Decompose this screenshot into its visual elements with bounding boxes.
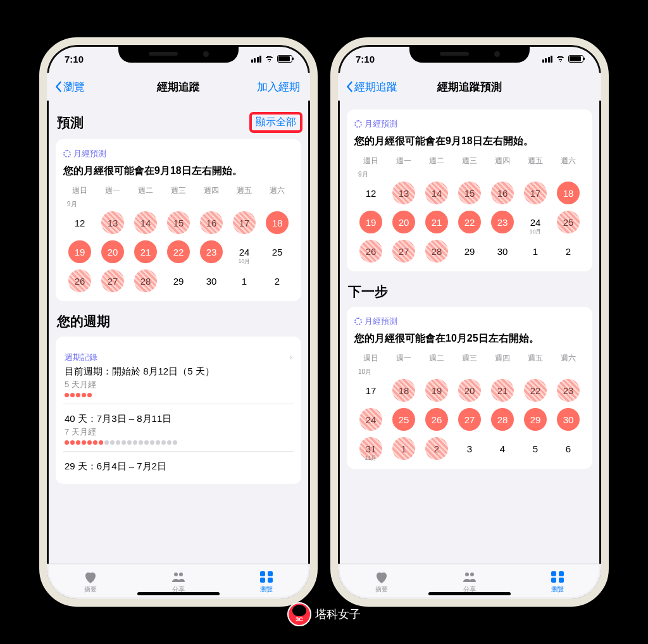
calendar-day[interactable]: 2410月: [228, 239, 261, 264]
month-label: 10月: [354, 368, 585, 376]
signal-icon: [251, 56, 262, 63]
calendar-day[interactable]: 21: [129, 239, 162, 264]
back-button[interactable]: 經期追蹤: [346, 80, 397, 94]
nav-bar: 經期追蹤 經期追蹤預測: [338, 73, 601, 101]
prediction-card[interactable]: 月經預測 您的月經很可能會在9月18日左右開始。 週日週一週二週三週四週五週六 …: [56, 139, 301, 301]
calendar-day[interactable]: 27: [387, 238, 420, 264]
calendar-day[interactable]: 17: [354, 378, 387, 403]
calendar-day[interactable]: 20: [96, 239, 129, 264]
calendar-day[interactable]: 1: [228, 268, 261, 294]
calendar-day[interactable]: 29: [453, 238, 486, 264]
back-button[interactable]: 瀏覽: [54, 80, 85, 94]
calendar-day[interactable]: 13: [387, 180, 420, 206]
calendar-day[interactable]: 4: [486, 436, 519, 461]
svg-rect-11: [559, 578, 564, 583]
period-dots: [65, 393, 292, 397]
calendar-day[interactable]: 14: [420, 180, 453, 206]
calendar-day[interactable]: 13: [96, 210, 129, 235]
calendar-day[interactable]: 21: [420, 209, 453, 235]
calendar-day[interactable]: 6: [552, 436, 585, 461]
nav-bar: 瀏覽 經期追蹤 加入經期: [47, 73, 310, 101]
wifi-icon: [265, 56, 274, 63]
calendar-day[interactable]: 2: [420, 436, 453, 461]
calendar-day[interactable]: 27: [453, 407, 486, 432]
day-of-week-header: 週日週一週二週三週四週五週六: [63, 185, 294, 196]
calendar-day[interactable]: 17: [228, 210, 261, 235]
add-period-button[interactable]: 加入經期: [257, 80, 300, 94]
calendar-day[interactable]: 30: [552, 407, 585, 432]
calendar-day[interactable]: 20: [453, 378, 486, 403]
content-scroll[interactable]: 月經預測 您的月經很可能會在9月18日左右開始。 週日週一週二週三週四週五週六 …: [338, 101, 601, 564]
calendar-day[interactable]: 23: [486, 209, 519, 235]
calendar-day[interactable]: 22: [162, 239, 195, 264]
calendar-day[interactable]: 23: [195, 239, 228, 264]
heart-icon: [83, 570, 98, 584]
cycle-log-card[interactable]: 週期記錄 › 目前週期：開始於 8月12日（5 天） 5 天月經 40 天：7月…: [56, 337, 301, 484]
calendar-day[interactable]: 25: [261, 239, 294, 264]
calendar-day[interactable]: 19: [420, 378, 453, 403]
calendar-day[interactable]: 30: [486, 238, 519, 264]
calendar-day[interactable]: 3: [453, 436, 486, 461]
cycle-row-prev1: 40 天：7月3日 – 8月11日 7 天月經: [63, 404, 294, 452]
calendar-day[interactable]: 21: [486, 378, 519, 403]
calendar-day[interactable]: 28: [486, 407, 519, 432]
calendar-day[interactable]: 15: [453, 180, 486, 206]
calendar-day[interactable]: 19: [63, 239, 96, 264]
calendar-day[interactable]: 2410月: [519, 209, 552, 235]
calendar-day[interactable]: 26: [354, 238, 387, 264]
grid-icon: [259, 570, 274, 584]
tab-browse[interactable]: 瀏覽: [222, 564, 310, 599]
home-indicator[interactable]: [428, 592, 511, 595]
calendar-day[interactable]: 12: [63, 210, 96, 235]
calendar-day[interactable]: 22: [453, 209, 486, 235]
calendar-day[interactable]: 17: [519, 180, 552, 206]
calendar-day[interactable]: 28: [129, 268, 162, 294]
calendar-day[interactable]: 19: [354, 209, 387, 235]
calendar-day[interactable]: 27: [96, 268, 129, 294]
section-heading-next: 下一步: [348, 283, 388, 300]
calendar-day[interactable]: 26: [63, 268, 96, 294]
cycle-icon: [354, 318, 362, 325]
prediction-card-2[interactable]: 月經預測 您的月經很可能會在10月25日左右開始。 週日週一週二週三週四週五週六…: [347, 307, 592, 469]
calendar-day[interactable]: 14: [129, 210, 162, 235]
calendar-day[interactable]: 18: [552, 180, 585, 206]
calendar-day[interactable]: 30: [195, 268, 228, 294]
calendar-day[interactable]: 1: [519, 238, 552, 264]
calendar-day[interactable]: 18: [261, 210, 294, 235]
calendar-day[interactable]: 26: [420, 407, 453, 432]
calendar-day[interactable]: 5: [519, 436, 552, 461]
show-all-button[interactable]: 顯示全部: [249, 112, 302, 133]
tab-summary[interactable]: 摘要: [47, 564, 135, 599]
period-dots: [65, 440, 292, 445]
calendar-day[interactable]: 3111月: [354, 436, 387, 461]
calendar-day[interactable]: 24: [354, 407, 387, 432]
content-scroll[interactable]: 預測 顯示全部 月經預測 您的月經很可能會在9月18日左右開始。 週日週一週二週…: [47, 101, 310, 564]
calendar-day[interactable]: 25: [552, 209, 585, 235]
calendar-day[interactable]: 15: [162, 210, 195, 235]
calendar-day[interactable]: 16: [486, 180, 519, 206]
section-heading-your-cycle: 您的週期: [57, 313, 110, 330]
calendar-day[interactable]: 23: [552, 378, 585, 403]
calendar-day[interactable]: 29: [162, 268, 195, 294]
prediction-card-1[interactable]: 月經預測 您的月經很可能會在9月18日左右開始。 週日週一週二週三週四週五週六 …: [347, 109, 592, 271]
tab-summary[interactable]: 摘要: [338, 564, 426, 599]
tab-browse[interactable]: 瀏覽: [513, 564, 601, 599]
calendar-day[interactable]: 25: [387, 407, 420, 432]
calendar-day[interactable]: 18: [387, 378, 420, 403]
calendar-day[interactable]: 16: [195, 210, 228, 235]
cycle-icon: [63, 150, 71, 158]
calendar-day[interactable]: 12: [354, 180, 387, 206]
calendar-day[interactable]: 2: [552, 238, 585, 264]
wifi-icon: [556, 56, 565, 63]
calendar-day[interactable]: 22: [519, 378, 552, 403]
card-label: 月經預測: [354, 118, 585, 130]
calendar-day[interactable]: 2: [261, 268, 294, 294]
svg-rect-10: [551, 578, 556, 583]
home-indicator[interactable]: [137, 592, 220, 595]
calendar-day[interactable]: 29: [519, 407, 552, 432]
calendar-day[interactable]: 1: [387, 436, 420, 461]
svg-rect-9: [559, 571, 564, 576]
calendar-day[interactable]: 20: [387, 209, 420, 235]
section-heading-prediction: 預測: [57, 114, 84, 132]
calendar-day[interactable]: 28: [420, 238, 453, 264]
